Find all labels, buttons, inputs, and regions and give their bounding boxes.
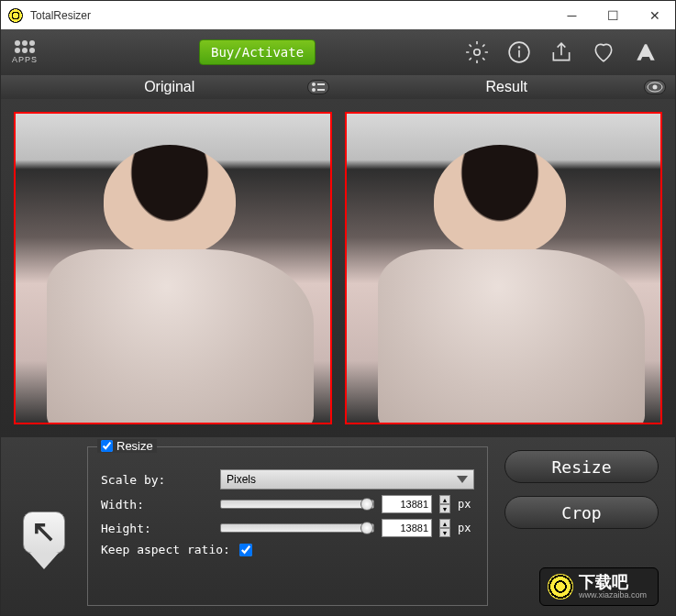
compare-icon xyxy=(310,82,327,93)
original-label: Original xyxy=(144,79,194,95)
svg-point-9 xyxy=(653,85,658,90)
height-input[interactable] xyxy=(382,519,432,537)
chevron-down-icon xyxy=(29,553,59,569)
share-icon xyxy=(549,40,573,64)
panel-headers: Original Result xyxy=(1,75,675,99)
gear-icon xyxy=(465,40,489,64)
height-label: Height: xyxy=(101,522,211,535)
watermark-url: www.xiazaiba.com xyxy=(579,590,647,600)
watermark-text: 下载吧 xyxy=(579,574,647,590)
unit-label: px xyxy=(458,498,474,511)
heart-icon xyxy=(592,40,615,64)
result-label: Result xyxy=(486,79,527,95)
original-header: Original xyxy=(1,75,338,99)
svg-rect-5 xyxy=(317,83,325,85)
resize-group-legend: Resize xyxy=(97,439,157,453)
scale-by-select[interactable]: Pixels xyxy=(220,469,474,490)
keep-ratio-label: Keep aspect ratio: xyxy=(101,543,230,556)
app-window: TotalResizer ─ ☐ ✕ APPS Buy/Activate xyxy=(0,0,676,616)
favorite-button[interactable] xyxy=(589,38,618,67)
svg-rect-7 xyxy=(317,89,325,91)
watermark-icon xyxy=(548,574,573,600)
original-image[interactable] xyxy=(14,112,332,424)
svg-point-0 xyxy=(474,50,481,56)
info-icon xyxy=(507,40,531,64)
buy-activate-button[interactable]: Buy/Activate xyxy=(199,39,316,65)
resize-group: Resize Scale by: Pixels Width: ▲▼ px Hei… xyxy=(87,446,488,606)
resize-group-label: Resize xyxy=(116,439,153,453)
width-slider[interactable] xyxy=(220,500,374,509)
height-slider[interactable] xyxy=(220,523,374,533)
minimize-button[interactable]: ─ xyxy=(551,2,593,28)
watermark: 下载吧 www.xiazaiba.com xyxy=(539,567,659,606)
eye-icon xyxy=(647,82,663,93)
scale-by-value: Pixels xyxy=(227,473,256,486)
apps-button[interactable]: APPS xyxy=(12,40,38,64)
preview-area xyxy=(1,99,675,437)
result-view-toggle[interactable] xyxy=(644,80,666,94)
svg-point-3 xyxy=(518,47,519,48)
titlebar: TotalResizer ─ ☐ ✕ xyxy=(1,1,675,29)
window-controls: ─ ☐ ✕ xyxy=(551,2,675,28)
original-view-toggle[interactable] xyxy=(307,80,329,94)
info-button[interactable] xyxy=(504,38,534,67)
unit-label: px xyxy=(458,522,474,534)
close-button[interactable]: ✕ xyxy=(634,2,675,28)
slider-thumb-icon xyxy=(360,498,373,511)
share-button[interactable] xyxy=(547,38,576,67)
resize-enable-checkbox[interactable] xyxy=(101,440,113,452)
svg-point-4 xyxy=(312,82,316,86)
result-image[interactable] xyxy=(345,112,663,424)
apps-label: APPS xyxy=(12,55,38,64)
expand-area xyxy=(17,474,71,606)
app-icon xyxy=(8,8,23,23)
keep-ratio-checkbox[interactable] xyxy=(239,544,252,556)
brand-a-icon xyxy=(634,40,658,64)
svg-point-6 xyxy=(312,88,316,92)
scale-by-label: Scale by: xyxy=(101,473,211,487)
height-spinner[interactable]: ▲▼ xyxy=(439,519,450,537)
app-title: TotalResizer xyxy=(30,9,551,22)
resize-button[interactable]: Resize xyxy=(504,450,659,483)
width-label: Width: xyxy=(101,498,211,512)
result-header: Result xyxy=(338,75,676,99)
brand-button[interactable] xyxy=(631,38,660,67)
width-input[interactable] xyxy=(382,495,432,513)
slider-thumb-icon xyxy=(360,522,373,534)
apps-grid-icon xyxy=(15,40,35,53)
main-toolbar: APPS Buy/Activate xyxy=(1,29,675,75)
width-spinner[interactable]: ▲▼ xyxy=(439,495,450,513)
arrow-up-left-icon xyxy=(31,520,57,545)
crop-button[interactable]: Crop xyxy=(504,496,659,529)
expand-button[interactable] xyxy=(23,512,65,554)
settings-button[interactable] xyxy=(462,38,492,67)
maximize-button[interactable]: ☐ xyxy=(593,2,634,28)
